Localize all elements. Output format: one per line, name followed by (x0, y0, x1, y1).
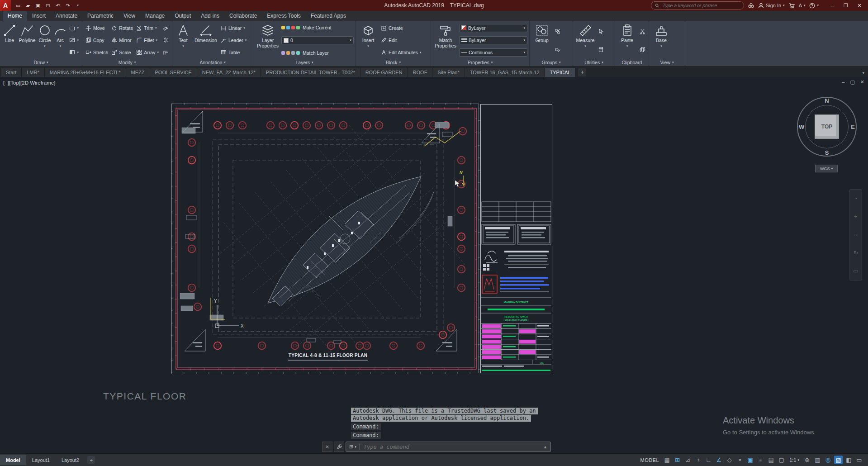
status-toggle-icon[interactable]: ⊛ (803, 456, 811, 464)
ribbon-tab[interactable]: Annotate (51, 11, 82, 21)
help-search[interactable] (651, 1, 744, 10)
document-tab[interactable]: TOWER 16_GAS_15-March-12 (465, 68, 545, 77)
arc-tool-button[interactable]: Arc ▾ (53, 22, 67, 58)
table-button[interactable]: Table (219, 49, 248, 56)
draw-panel-footer[interactable]: Draw▾ (0, 58, 82, 66)
ribbon-tab[interactable]: Express Tools (262, 11, 305, 21)
cut-button[interactable] (638, 28, 647, 35)
layer-properties-button[interactable]: Layer Properties (255, 22, 280, 58)
command-input-bar[interactable]: ⊞▾ ▲ (346, 442, 551, 452)
erase-tool-button[interactable] (161, 25, 170, 32)
ribbon-tab[interactable]: Parametric (82, 11, 119, 21)
array-tool-button[interactable]: Array▾ (135, 49, 161, 56)
trim-tool-button[interactable]: Trim▾ (135, 25, 161, 32)
linear-dimension-button[interactable]: Linear▾ (219, 25, 248, 32)
doc-minimize-button[interactable]: – (842, 79, 844, 85)
minimize-button[interactable]: – (825, 0, 839, 11)
line-tool-button[interactable]: Line (2, 22, 17, 58)
document-tab[interactable]: LMR* (22, 68, 45, 77)
help-icon[interactable]: ▾ (809, 3, 819, 9)
model-space-viewport[interactable]: [−][Top][2D Wireframe] – ▢ ✕ (0, 77, 868, 454)
model-space-indicator[interactable]: MODEL (640, 457, 659, 463)
copy-tool-button[interactable]: Copy (84, 37, 110, 43)
layer-thaw-icon[interactable] (286, 51, 290, 55)
layout-tab[interactable]: Layout1 (26, 455, 56, 465)
status-toggle-icon[interactable]: ⊿ (683, 456, 692, 464)
ribbon-tab[interactable]: Add-ins (196, 11, 224, 21)
status-toggle-icon[interactable]: ◎ (824, 456, 832, 464)
utilities-panel-footer[interactable]: Utilities▾ (573, 58, 615, 66)
zoom-icon[interactable]: ○ (854, 232, 857, 238)
hatch-tool-button[interactable]: ▾ (68, 37, 80, 43)
layer-off-icon[interactable] (281, 51, 285, 55)
command-options-icon[interactable]: ⊞▾ (349, 444, 360, 450)
navigation-bar[interactable]: ◔ + ○ ↻ ▭ (849, 189, 862, 281)
plot-icon[interactable]: ⊡ (43, 1, 52, 10)
app-store-cart-icon[interactable] (789, 3, 795, 9)
status-toggle-icon[interactable]: ∟ (704, 456, 713, 464)
viewport-controls[interactable]: [−][Top][2D Wireframe] (3, 80, 55, 86)
doc-close-button[interactable]: ✕ (860, 79, 864, 85)
compass-west[interactable]: W (799, 124, 804, 130)
steering-wheel-icon[interactable]: ◔ (854, 195, 857, 202)
search-input[interactable] (662, 2, 740, 9)
undo-icon[interactable]: ↶ (53, 1, 62, 10)
compass-north[interactable]: N (825, 97, 829, 104)
layer-freeze-icon[interactable] (286, 26, 290, 29)
mirror-tool-button[interactable]: Mirror (110, 37, 135, 43)
measure-button[interactable]: Measure ▾ (575, 22, 596, 58)
pan-icon[interactable]: + (854, 214, 857, 220)
close-command-icon[interactable]: ✕ (322, 442, 332, 452)
group-button[interactable]: Group (531, 22, 552, 58)
layout-tab[interactable]: Model (0, 455, 26, 465)
document-tab[interactable]: MARINA 2B+G+M+16 ELECTL* (45, 68, 126, 77)
status-toggle-icon[interactable]: ▭ (855, 456, 863, 464)
command-input[interactable] (363, 443, 540, 451)
modify-panel-footer[interactable]: Modify▾ (82, 58, 172, 66)
command-history-toggle-icon[interactable]: ▲ (543, 445, 547, 449)
ungroup-button[interactable] (553, 28, 562, 35)
status-toggle-icon[interactable]: ▧ (834, 456, 843, 464)
save-icon[interactable]: ▣ (33, 1, 43, 10)
edit-block-button[interactable]: Edit (379, 37, 422, 43)
compass-south[interactable]: S (825, 149, 829, 156)
fillet-tool-button[interactable]: Fillet▾ (135, 37, 161, 43)
close-button[interactable]: ✕ (853, 0, 866, 11)
ribbon-tab[interactable]: Home (3, 11, 27, 21)
view-panel-footer[interactable]: View▾ (649, 58, 685, 66)
compass-east[interactable]: E (851, 124, 855, 130)
wcs-selector[interactable]: WCS ▾ (815, 165, 838, 172)
add-layout-button[interactable]: + (87, 456, 95, 464)
ribbon-tab[interactable]: Collaborate (224, 11, 262, 21)
ribbon-tab[interactable]: View (119, 11, 140, 21)
new-drawing-tab-button[interactable]: + (578, 68, 586, 76)
block-panel-footer[interactable]: Block▾ (356, 58, 431, 66)
status-toggle-icon[interactable]: ◇ (725, 456, 734, 464)
tab-overflow-icon[interactable]: ▾ (862, 71, 864, 75)
document-tab[interactable]: ROOF (408, 68, 433, 77)
showmotion-icon[interactable]: ▭ (853, 268, 858, 274)
move-tool-button[interactable]: Move (84, 25, 110, 32)
doc-restore-button[interactable]: ▢ (850, 79, 854, 85)
document-tab[interactable]: NEW_FA_22-March-12* (197, 68, 261, 77)
sign-in-control[interactable]: Sign In ▾ (758, 3, 785, 9)
gradient-tool-button[interactable]: ▾ (68, 49, 80, 56)
lineweight-select[interactable]: ByLayer ▾ (459, 36, 527, 44)
ribbon-tab[interactable]: Insert (27, 11, 51, 21)
layout-tab[interactable]: Layout2 (56, 455, 85, 465)
status-toggle-icon[interactable]: ◧ (844, 456, 853, 464)
new-file-icon[interactable]: ▭ (14, 1, 23, 10)
copy-clip-button[interactable] (638, 46, 647, 53)
leader-button[interactable]: Leader▾ (219, 37, 248, 43)
quick-select-button[interactable] (597, 28, 605, 35)
document-tab[interactable]: POOL SERVICE (150, 68, 197, 77)
layers-panel-footer[interactable]: Layers▾ (253, 58, 356, 66)
orbit-icon[interactable]: ↻ (854, 250, 858, 256)
document-tab[interactable]: MEZZ (126, 68, 150, 77)
layer-select[interactable]: 0 ▾ (281, 36, 354, 44)
dimension-tool-button[interactable]: Dimension (193, 22, 218, 58)
annotation-scale-control[interactable]: 1:1▾ (787, 457, 801, 463)
status-toggle-icon[interactable]: ≡ (756, 456, 765, 464)
ribbon-tab[interactable]: Featured Apps (306, 11, 351, 21)
qat-dropdown-icon[interactable]: ▾ (73, 1, 82, 10)
